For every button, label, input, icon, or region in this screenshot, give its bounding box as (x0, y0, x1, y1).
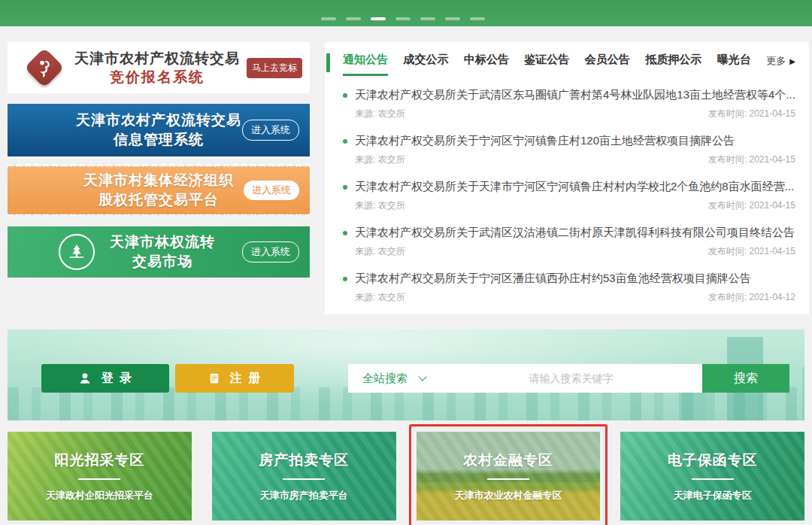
zone-card-wrap-highlighted: 农村金融专区 天津市农业农村金融专区 (417, 432, 601, 520)
carousel-dash[interactable] (321, 17, 336, 20)
carousel-dash[interactable] (420, 17, 435, 20)
enter-system-button[interactable]: 进入系统 (242, 120, 299, 141)
site-search: 全站搜索 搜索 (348, 364, 789, 393)
announcement-source: 来源: 农交所 (355, 199, 405, 212)
register-button[interactable]: 注 册 (175, 364, 294, 393)
bidding-system-title-line2: 竞价报名系统 (72, 68, 242, 86)
announcement-source: 来源: 农交所 (355, 291, 405, 304)
announcement-source: 来源: 农交所 (355, 153, 405, 166)
announcement-tab[interactable]: 鉴证公告 (524, 53, 569, 74)
announcement-tab[interactable]: 中标公告 (464, 53, 509, 74)
announcement-date: 发布时间: 2021-04-15 (708, 153, 795, 166)
go-bid-button[interactable]: 马上去竞标 (247, 58, 302, 78)
zone-card-wrap: 电子保函专区 天津电子保函专区 (620, 432, 804, 520)
register-label: 注 册 (230, 371, 262, 387)
announcement-item: 天津农村产权交易所关于武清区汉沽港镇二街村原天津凯得利科技有限公司项目终结公告 … (343, 218, 795, 264)
more-arrow-icon: ▶ (789, 57, 795, 65)
left-column: 天津市农村产权流转交易 竞价报名系统 马上去竞标 天津市农村产权流转交易 信息管… (8, 42, 310, 314)
bullet-icon (343, 93, 347, 98)
announcements-panel: 通知公告成交公示中标公告鉴证公告会员公告抵质押公示曝光台 更多 ▶ 天津农村产权… (325, 42, 809, 314)
login-button[interactable]: 登 录 (41, 364, 169, 393)
announcement-source: 来源: 农交所 (355, 108, 405, 120)
carousel-indicators (321, 17, 485, 20)
banner-line1: 天津市林权流转 (110, 232, 215, 252)
bullet-icon (343, 185, 347, 190)
bullet-icon (343, 231, 347, 235)
tree-icon (59, 234, 95, 270)
carousel-dash[interactable] (470, 17, 485, 20)
top-carousel-bar (0, 0, 812, 26)
search-scope-label: 全站搜索 (362, 372, 408, 386)
announcement-item: 天津农村产权交易所关于宁河区潘庄镇西孙庄村约53亩鱼池经营权项目摘牌公告 来源:… (343, 264, 795, 310)
announcement-title[interactable]: 天津农村产权交易所关于武清区汉沽港镇二街村原天津凯得利科技有限公司项目终结公告 (355, 226, 795, 240)
announcement-item: 天津农村产权交易所关于武清区东马圈镇广善村第4号林业队园地13亩土地经营权等4个… (343, 80, 795, 126)
zone-title: 电子保函专区 (668, 451, 758, 470)
announcement-source: 来源: 农交所 (355, 245, 405, 258)
announcement-list: 天津农村产权交易所关于武清区东马圈镇广善村第4号林业队园地13亩土地经营权等4个… (325, 80, 795, 310)
announcement-date: 发布时间: 2021-04-15 (708, 245, 795, 258)
announcement-date: 发布时间: 2021-04-15 (708, 199, 795, 212)
zone-subtitle: 天津政村企阳光招采平台 (46, 489, 153, 502)
announcement-tab[interactable]: 成交公示 (403, 53, 448, 74)
enter-system-button[interactable]: 进入系统 (244, 181, 299, 200)
zone-card[interactable]: 农村金融专区 天津市农业农村金融专区 (417, 432, 601, 520)
zone-cards: 阳光招采专区 天津政村企阳光招采平台 房产拍卖专区 天津市房产拍卖平台 农村金融… (8, 432, 804, 520)
tab-accent-bar (326, 53, 330, 72)
zone-title: 阳光招采专区 (54, 451, 144, 470)
forest-rights-market-banner[interactable]: 天津市林权流转 交易市场 进入系统 (8, 226, 310, 278)
info-management-system-banner[interactable]: 天津市农村产权流转交易 信息管理系统 进入系统 (8, 104, 310, 156)
more-label: 更多 (766, 54, 786, 68)
carousel-dash[interactable] (445, 17, 460, 20)
bullet-icon (343, 277, 347, 281)
announcement-title[interactable]: 天津农村产权交易所关于天津市宁河区宁河镇鲁庄村村内学校北2个鱼池约8亩水面经营.… (355, 180, 794, 194)
zone-divider (692, 478, 734, 480)
zone-card-wrap: 房产拍卖专区 天津市房产拍卖平台 (212, 432, 396, 520)
bidding-system-title-line1: 天津市农村产权流转交易 (72, 50, 242, 68)
announcement-date: 发布时间: 2021-04-15 (708, 108, 795, 120)
announcement-title[interactable]: 天津农村产权交易所关于宁河区宁河镇鲁庄村120亩土地经营权项目摘牌公告 (355, 134, 735, 148)
id-card-icon (208, 372, 221, 385)
announcement-title[interactable]: 天津农村产权交易所关于宁河区潘庄镇西孙庄村约53亩鱼池经营权项目摘牌公告 (355, 272, 751, 286)
zone-subtitle: 天津市农业农村金融专区 (454, 489, 562, 502)
more-link[interactable]: 更多 ▶ (766, 53, 795, 68)
announcement-title[interactable]: 天津农村产权交易所关于武清区东马圈镇广善村第4号林业队园地13亩土地经营权等4个… (355, 88, 795, 102)
zone-divider (283, 478, 325, 480)
zone-card-wrap: 阳光招采专区 天津政村企阳光招采平台 (8, 432, 192, 520)
announcement-date: 发布时间: 2021-04-12 (708, 291, 795, 304)
bidding-system-title: 天津市农村产权流转交易 竞价报名系统 (72, 50, 242, 86)
carousel-dash-active[interactable] (371, 17, 386, 20)
search-input[interactable] (440, 364, 702, 393)
zone-subtitle: 天津市房产拍卖平台 (260, 489, 348, 502)
enter-system-button[interactable]: 进入系统 (242, 241, 299, 262)
hero-band: 登 录 注 册 全站搜索 搜索 (8, 329, 804, 420)
announcement-tab[interactable]: 会员公告 (585, 53, 630, 74)
zone-card[interactable]: 电子保函专区 天津电子保函专区 (620, 432, 804, 520)
search-scope-select[interactable]: 全站搜索 (348, 364, 440, 393)
zone-card[interactable]: 房产拍卖专区 天津市房产拍卖平台 (212, 432, 396, 520)
person-icon (77, 371, 92, 386)
announcement-tab[interactable]: 抵质押公示 (645, 53, 701, 74)
page-container: 天津市农村产权流转交易 竞价报名系统 马上去竞标 天津市农村产权流转交易 信息管… (0, 42, 812, 525)
search-button[interactable]: 搜索 (702, 364, 789, 393)
zone-subtitle: 天津电子保函专区 (674, 489, 752, 502)
announcement-tab-active[interactable]: 通知公告 (343, 53, 388, 76)
bullet-icon (343, 139, 347, 144)
zone-divider (487, 478, 529, 480)
announcement-item: 天津农村产权交易所关于天津市宁河区宁河镇鲁庄村村内学校北2个鱼池约8亩水面经营.… (343, 172, 795, 218)
announcement-item: 天津农村产权交易所关于宁河区宁河镇鲁庄村120亩土地经营权项目摘牌公告 来源: … (343, 126, 795, 172)
login-label: 登 录 (102, 371, 133, 387)
bidding-system-panel[interactable]: 天津市农村产权流转交易 竞价报名系统 马上去竞标 (8, 42, 310, 93)
announcement-tabs: 通知公告成交公示中标公告鉴证公告会员公告抵质押公示曝光台 更多 ▶ (325, 53, 795, 76)
carousel-dash[interactable] (346, 17, 361, 20)
carousel-dash[interactable] (395, 17, 411, 20)
zone-title: 房产拍卖专区 (259, 451, 349, 470)
chevron-down-icon (418, 372, 426, 381)
zone-title: 农村金融专区 (463, 451, 553, 470)
banner-line2: 交易市场 (110, 252, 215, 272)
site-logo-icon (24, 47, 65, 88)
zone-card[interactable]: 阳光招采专区 天津政村企阳光招采平台 (8, 432, 192, 520)
equity-custody-platform-banner[interactable]: 天津市村集体经济组织 股权托管交易平台 进入系统 (8, 166, 310, 214)
announcement-tab[interactable]: 曝光台 (717, 53, 751, 74)
zone-divider (78, 478, 120, 480)
